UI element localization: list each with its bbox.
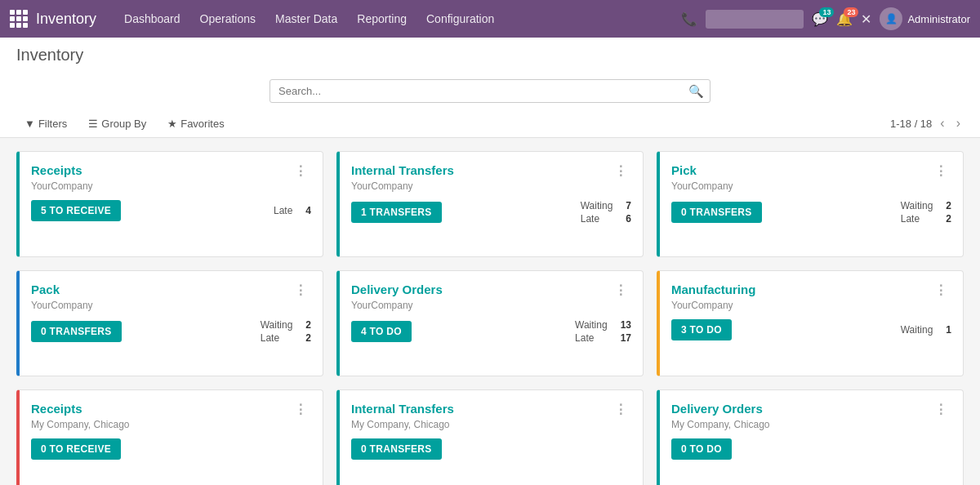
card-subtitle: YourCompany (671, 300, 951, 311)
card-menu-icon[interactable]: ⋮ (291, 283, 311, 298)
nav-dashboard[interactable]: Dashboard (116, 9, 189, 29)
pagination-next[interactable]: › (953, 114, 964, 132)
topnav-search-input[interactable] (706, 10, 804, 29)
card-stats: Waiting 13 Late 17 (575, 319, 631, 344)
stat-label: Late (575, 332, 594, 344)
stat-value: 17 (621, 332, 631, 344)
filters-label: Filters (38, 118, 67, 130)
card-title[interactable]: Delivery Orders (351, 283, 443, 296)
card-stats: Late 4 (274, 205, 311, 216)
discuss-badge: 13 (819, 7, 834, 17)
card-stat-row: Late 17 (575, 332, 631, 344)
card-subtitle: YourCompany (351, 180, 631, 192)
card-menu-icon[interactable]: ⋮ (931, 402, 951, 417)
card-action-button[interactable]: 3 TO DO (671, 319, 732, 340)
stat-value: 2 (305, 319, 311, 331)
card-stats: Waiting 7 Late 6 (581, 200, 631, 225)
card-menu-icon[interactable]: ⋮ (931, 163, 951, 179)
card-pick-yourcompany: Pick ⋮ YourCompany 0 TRANSFERS Waiting 2… (657, 151, 964, 257)
card-header: Internal Transfers ⋮ (351, 402, 631, 417)
card-subtitle: YourCompany (31, 300, 311, 311)
card-subtitle: My Company, Chicago (671, 419, 951, 430)
main-menu: Dashboard Operations Master Data Reporti… (116, 9, 681, 29)
card-action-button[interactable]: 0 TRANSFERS (31, 321, 122, 342)
card-receipts-yourcompany: Receipts ⋮ YourCompany 5 TO RECEIVE Late… (16, 151, 323, 257)
card-title[interactable]: Receipts (31, 163, 82, 177)
card-header: Internal Transfers ⋮ (351, 163, 631, 179)
card-body: 0 TRANSFERS Waiting 2 Late 2 (31, 319, 311, 344)
card-menu-icon[interactable]: ⋮ (611, 402, 631, 417)
card-title[interactable]: Internal Transfers (351, 402, 454, 416)
app-brand: Inventory (36, 11, 96, 28)
search-icon[interactable]: 🔍 (688, 84, 704, 99)
card-body: 0 TRANSFERS Waiting 2 Late 2 (671, 200, 951, 225)
stat-value: 1 (946, 324, 951, 336)
card-action-button[interactable]: 4 TO DO (351, 321, 412, 342)
favorites-icon: ★ (167, 118, 177, 130)
card-subtitle: YourCompany (671, 180, 951, 192)
card-header: Receipts ⋮ (31, 402, 311, 417)
card-internal-transfers-chicago: Internal Transfers ⋮ My Company, Chicago… (336, 389, 644, 485)
card-menu-icon[interactable]: ⋮ (291, 163, 311, 179)
card-title[interactable]: Pack (31, 283, 60, 296)
stat-value: 13 (621, 319, 631, 331)
filters-button[interactable]: ▼ Filters (16, 115, 75, 132)
card-action-button[interactable]: 1 TRANSFERS (351, 202, 442, 223)
card-stat-row: Waiting 2 (901, 200, 951, 211)
pagination-prev[interactable]: ‹ (937, 114, 947, 132)
stat-value: 6 (626, 213, 631, 225)
search-wrap: 🔍 (270, 79, 710, 103)
card-subtitle: My Company, Chicago (351, 419, 631, 430)
card-body: 3 TO DO Waiting 1 (671, 319, 951, 340)
card-stat-row: Late 2 (261, 332, 311, 344)
card-action-button[interactable]: 0 TRANSFERS (671, 202, 762, 223)
card-title[interactable]: Delivery Orders (671, 402, 763, 416)
favorites-button[interactable]: ★ Favorites (159, 115, 232, 132)
nav-reporting[interactable]: Reporting (349, 9, 415, 29)
close-icon[interactable]: ✕ (861, 11, 871, 27)
card-stat-row: Late 4 (274, 205, 311, 216)
user-menu[interactable]: 👤 Administrator (880, 7, 970, 30)
card-stat-row: Late 6 (581, 213, 631, 225)
stat-value: 7 (626, 200, 631, 211)
search-input[interactable] (270, 79, 710, 103)
stat-label: Waiting (901, 324, 933, 336)
card-delivery-orders-chicago: Delivery Orders ⋮ My Company, Chicago 0 … (657, 389, 964, 485)
user-name: Administrator (907, 13, 970, 25)
card-action-button[interactable]: 0 TO DO (671, 438, 732, 460)
card-title[interactable]: Receipts (31, 402, 82, 416)
activity-icon[interactable]: 🔔 23 (836, 11, 853, 27)
card-receipts-chicago: Receipts ⋮ My Company, Chicago 0 TO RECE… (16, 389, 323, 485)
card-stat-row: Waiting 7 (581, 200, 631, 211)
card-menu-icon[interactable]: ⋮ (611, 283, 631, 298)
card-stat-row: Waiting 2 (261, 319, 311, 331)
card-menu-icon[interactable]: ⋮ (611, 163, 631, 179)
page-title: Inventory (16, 46, 964, 73)
card-title[interactable]: Internal Transfers (351, 163, 454, 177)
nav-operations[interactable]: Operations (192, 9, 264, 29)
card-menu-icon[interactable]: ⋮ (931, 283, 951, 298)
stat-label: Waiting (901, 200, 933, 211)
card-action-button[interactable]: 0 TRANSFERS (351, 438, 442, 460)
card-title[interactable]: Pick (671, 163, 697, 177)
card-header: Delivery Orders ⋮ (351, 283, 631, 298)
card-header: Manufacturing ⋮ (671, 283, 951, 298)
card-menu-icon[interactable]: ⋮ (291, 402, 311, 417)
phone-icon[interactable]: 📞 (681, 11, 697, 27)
subheader: Inventory 🔍 ▼ Filters ☰ Group By ★ Favor… (0, 38, 980, 138)
groupby-label: Group By (101, 118, 146, 130)
main-content: Receipts ⋮ YourCompany 5 TO RECEIVE Late… (0, 138, 980, 485)
nav-configuration[interactable]: Configuration (418, 9, 502, 29)
card-action-button[interactable]: 5 TO RECEIVE (31, 200, 121, 221)
card-internal-transfers-yourcompany: Internal Transfers ⋮ YourCompany 1 TRANS… (336, 151, 644, 257)
nav-master-data[interactable]: Master Data (267, 9, 345, 29)
card-subtitle: My Company, Chicago (31, 419, 311, 430)
topnav-right: 📞 💬 13 🔔 23 ✕ 👤 Administrator (681, 7, 970, 30)
grid-icon (10, 10, 28, 28)
card-action-button[interactable]: 0 TO RECEIVE (31, 438, 121, 460)
stat-label: Late (581, 213, 599, 225)
card-title[interactable]: Manufacturing (671, 283, 755, 296)
discuss-icon[interactable]: 💬 13 (812, 11, 828, 27)
groupby-button[interactable]: ☰ Group By (80, 115, 154, 132)
app-grid-menu[interactable] (10, 10, 28, 28)
